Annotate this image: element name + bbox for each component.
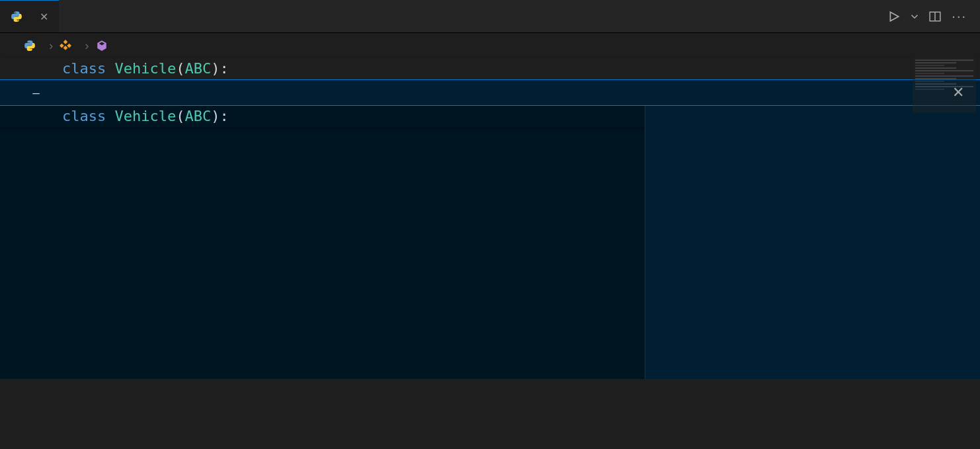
split-editor-icon[interactable] [929, 11, 941, 22]
method-icon [96, 40, 108, 52]
reference-list[interactable] [645, 106, 980, 379]
more-icon[interactable]: ··· [952, 9, 967, 24]
chevron-right-icon: › [85, 38, 89, 53]
minimap[interactable] [913, 57, 976, 113]
editor-actions: ··· [888, 0, 980, 32]
tab-vehicle-py[interactable]: ✕ [0, 0, 59, 32]
chevron-down-icon[interactable] [911, 13, 919, 20]
python-icon [11, 11, 22, 22]
chevron-right-icon: › [49, 38, 53, 53]
tab-bar: ✕ ··· [0, 0, 980, 33]
code-text: class Vehicle(ABC): [62, 58, 229, 79]
python-icon [24, 40, 36, 52]
code-text: class Vehicle(ABC): [62, 106, 229, 127]
close-icon[interactable]: ✕ [952, 84, 964, 101]
peek-body: class Vehicle(ABC): [0, 106, 980, 379]
sticky-scroll-line[interactable]: class Vehicle(ABC): [0, 106, 645, 127]
breadcrumb[interactable]: › › [0, 33, 980, 58]
close-icon[interactable]: ✕ [40, 11, 48, 23]
peek-header: – ✕ [0, 79, 980, 106]
peek-editor[interactable]: class Vehicle(ABC): [0, 106, 645, 379]
sticky-scroll-line[interactable]: class Vehicle(ABC): [0, 58, 980, 79]
class-icon [60, 40, 71, 52]
run-icon[interactable] [888, 11, 900, 22]
